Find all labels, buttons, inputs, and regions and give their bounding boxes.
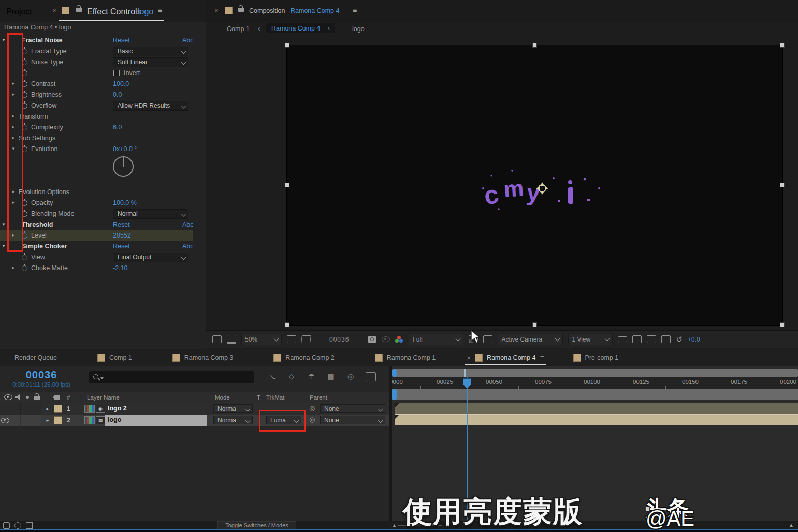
lock-column-icon[interactable]: [34, 396, 40, 400]
work-area-bar[interactable]: [392, 389, 798, 400]
mini-flowchart-icon[interactable]: ⌥: [267, 372, 277, 380]
navigator-handle[interactable]: [392, 369, 397, 377]
tab-effect-controls[interactable]: Effect Controls: [87, 7, 141, 17]
stopwatch-icon[interactable]: [22, 211, 27, 217]
video-column-icon[interactable]: [4, 394, 12, 400]
parent-dropdown[interactable]: None: [320, 416, 385, 424]
magnification-dropdown[interactable]: 50%: [241, 334, 282, 345]
layer-handle[interactable]: [285, 43, 289, 48]
expand-arrow-icon[interactable]: ►: [11, 233, 16, 238]
contrast-value[interactable]: 100.0: [113, 80, 129, 87]
blend-mode-dropdown[interactable]: Norma: [213, 404, 253, 413]
layer-handle[interactable]: [285, 183, 289, 187]
label-color-swatch[interactable]: [54, 416, 62, 424]
current-frame-display[interactable]: 00036: [329, 336, 349, 343]
eye-icon[interactable]: [1, 418, 9, 423]
stopwatch-icon[interactable]: [22, 200, 27, 206]
reset-link[interactable]: Reset: [113, 37, 130, 44]
choke-matte-value[interactable]: -2.10: [113, 264, 128, 272]
layer-bar-logo-2[interactable]: [395, 403, 798, 414]
effect-header-fractal-noise[interactable]: ▼ Fractal Noise Reset About: [0, 35, 193, 46]
parent-column-header[interactable]: Parent: [310, 394, 327, 401]
expand-layer-switches-icon[interactable]: [3, 522, 10, 529]
about-link[interactable]: About: [182, 221, 193, 228]
index-column-header[interactable]: #: [67, 394, 70, 401]
fractal-type-dropdown[interactable]: Basic: [113, 47, 188, 56]
collapse-arrow-icon[interactable]: ▼: [2, 38, 6, 42]
exposure-value[interactable]: +0.0: [688, 336, 700, 343]
effect-header-simple-choker[interactable]: ▼ Simple Choker Reset About: [0, 241, 193, 252]
trkmat-column-header[interactable]: TrkMat: [266, 394, 284, 401]
tab-comp-1[interactable]: Comp 1: [92, 349, 137, 366]
expand-arrow-icon[interactable]: ►: [46, 407, 50, 411]
layer-handle[interactable]: [285, 322, 289, 327]
close-icon[interactable]: ×: [214, 7, 219, 14]
view-layout-camera-dropdown[interactable]: Active Camera: [498, 334, 563, 345]
reset-exposure-icon[interactable]: ↺: [676, 335, 683, 344]
audio-column-icon[interactable]: [15, 394, 21, 400]
search-input[interactable]: [89, 371, 254, 383]
about-link[interactable]: About: [182, 243, 193, 250]
label-column-icon[interactable]: [53, 395, 60, 400]
show-snapshot-icon[interactable]: [382, 336, 390, 342]
complexity-value[interactable]: 6.0: [113, 124, 122, 131]
draft-3d-icon[interactable]: ◇: [287, 372, 296, 380]
effect-header-threshold[interactable]: ▼ Threshold Reset About: [0, 219, 193, 230]
layer-bar-logo[interactable]: [395, 414, 798, 425]
layer-row-logo[interactable]: ► 2 ▦ logo Norma Luma ◎ None: [0, 415, 389, 426]
invert-checkbox[interactable]: [113, 70, 120, 76]
brightness-value[interactable]: 0.0: [113, 91, 122, 98]
expand-arrow-icon[interactable]: ►: [11, 200, 16, 205]
expand-arrow-icon[interactable]: ►: [11, 189, 16, 194]
collapse-arrow-icon[interactable]: ▼: [2, 244, 6, 248]
tab-ramona-comp-4[interactable]: × Ramona Comp 4 ≡: [461, 349, 549, 366]
layer-handle[interactable]: [532, 322, 537, 327]
pixel-aspect-icon[interactable]: [483, 335, 492, 343]
graph-editor-icon[interactable]: [366, 372, 376, 381]
composition-target[interactable]: Ramona Comp 4: [291, 7, 340, 14]
parent-dropdown[interactable]: None: [320, 404, 385, 413]
expand-arrow-icon[interactable]: ►: [11, 114, 16, 119]
fast-previews-icon[interactable]: [632, 335, 642, 343]
overflow-dropdown[interactable]: Allow HDR Results: [113, 101, 188, 111]
layer-handle[interactable]: [780, 322, 785, 327]
time-navigator-bar[interactable]: [392, 369, 798, 377]
collapse-arrow-icon[interactable]: ▼: [2, 222, 6, 227]
timeline-columns-icon[interactable]: [647, 335, 656, 343]
lock-icon[interactable]: [238, 8, 244, 12]
reset-link[interactable]: Reset: [113, 243, 130, 250]
blend-mode-dropdown[interactable]: Norma: [213, 416, 253, 424]
expand-arrow-icon[interactable]: ►: [11, 125, 16, 129]
tab-render-queue[interactable]: Render Queue: [9, 349, 62, 366]
layer-row-logo-2[interactable]: ► 1 ◉ logo 2 Norma ◎ None: [0, 403, 389, 415]
t-column-header[interactable]: T: [257, 394, 260, 401]
tab-ramona-comp-2[interactable]: Ramona Comp 2: [268, 349, 340, 366]
current-frame-counter[interactable]: 00036: [5, 369, 78, 381]
expand-arrow-icon[interactable]: ►: [11, 136, 16, 140]
trkmat-dropdown[interactable]: Luma: [266, 416, 301, 424]
layer-name-column-header[interactable]: Layer Name: [87, 394, 120, 401]
stopwatch-icon[interactable]: [22, 146, 27, 152]
snapshot-stack-icon[interactable]: [212, 335, 222, 343]
frame-blending-icon[interactable]: ▤: [326, 372, 336, 380]
tab-composition[interactable]: Composition: [249, 7, 285, 14]
expand-inout-columns-icon[interactable]: [26, 522, 33, 529]
mode-column-header[interactable]: Mode: [215, 394, 230, 401]
reset-link[interactable]: Reset: [113, 221, 130, 228]
evolution-value[interactable]: 0x+0.0 °: [113, 145, 137, 153]
breadcrumb-current[interactable]: Ramona Comp 4‹: [266, 23, 335, 33]
expand-arrow-icon[interactable]: ►: [11, 92, 16, 97]
zoom-out-mountain-icon[interactable]: ▲: [392, 523, 397, 528]
stopwatch-icon[interactable]: [22, 103, 27, 109]
work-area-handle[interactable]: [392, 389, 397, 400]
stopwatch-icon[interactable]: [22, 92, 27, 98]
stopwatch-icon[interactable]: [22, 255, 27, 260]
tab-ramona-comp-3[interactable]: Ramona Comp 3: [167, 349, 239, 366]
layer-handle[interactable]: [780, 43, 785, 48]
breadcrumb-comp-1[interactable]: Comp 1: [227, 25, 250, 33]
search-options-caret-icon[interactable]: [100, 377, 104, 379]
lock-icon[interactable]: [76, 8, 82, 12]
expand-arrow-icon[interactable]: ►: [11, 265, 16, 270]
expand-arrow-icon[interactable]: ►: [11, 81, 16, 86]
tab-project[interactable]: Project: [6, 7, 32, 17]
